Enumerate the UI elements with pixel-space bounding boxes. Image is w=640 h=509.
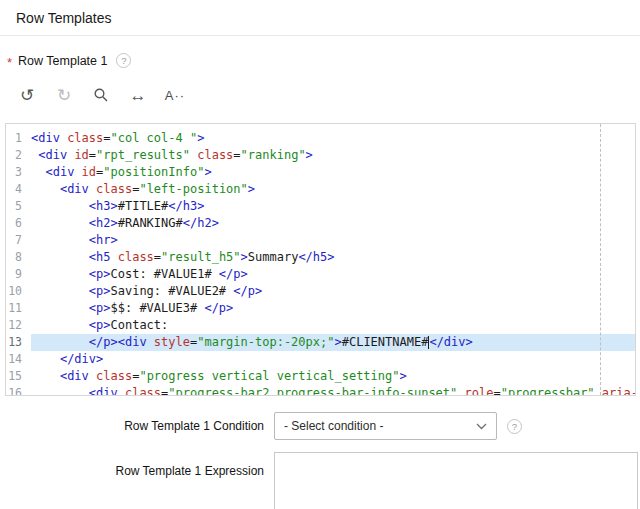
code-token-str: "rpt_results" — [96, 148, 190, 162]
code-line[interactable]: 6 <h2>#RANKING#</h2> — [6, 215, 635, 232]
line-number: 9 — [6, 266, 31, 283]
search-button[interactable] — [88, 82, 114, 108]
code-line-content: <div class="progress vertical vertical_s… — [31, 368, 635, 385]
code-token-tag: </h5> — [298, 250, 334, 264]
code-line[interactable]: 11 <p>$$: #VALUE3# </p> — [6, 300, 635, 317]
code-token-tag: <p> — [89, 284, 111, 298]
chevron-down-icon — [476, 423, 487, 430]
code-token-text: #CLIENTNAME# — [342, 335, 429, 349]
code-line[interactable]: 15 <div class="progress vertical vertica… — [6, 368, 635, 385]
code-token-text: = — [89, 148, 96, 162]
code-token-str: "margin-top:-20px;" — [197, 335, 334, 349]
code-line-content: <h3>#TITLE#</h3> — [31, 198, 635, 215]
code-token-tag: <div — [89, 386, 118, 396]
code-token-text — [31, 386, 89, 396]
code-token-text — [118, 386, 125, 396]
code-token-tag: <h5 — [89, 250, 111, 264]
code-token-text — [31, 199, 89, 213]
code-token-attr: id — [74, 148, 88, 162]
code-line-content: <hr> — [31, 232, 635, 249]
line-number: 2 — [6, 147, 31, 164]
code-line-content: </div> — [31, 351, 635, 368]
line-number: 16 — [6, 385, 31, 396]
condition-row: Row Template 1 Condition - Select condit… — [0, 412, 640, 440]
code-line[interactable]: 13 </p><div style="margin-top:-20px;">#C… — [6, 334, 635, 351]
code-token-text — [31, 165, 45, 179]
code-line[interactable]: 14 </div> — [6, 351, 635, 368]
line-number: 5 — [6, 198, 31, 215]
code-line-content: <h5 class="result_h5">Summary</h5> — [31, 249, 635, 266]
code-token-text — [31, 216, 89, 230]
code-token-text: Summary — [248, 250, 299, 264]
code-lines: 1<div class="col col-4 ">2 <div id="rpt_… — [6, 124, 635, 396]
code-line[interactable]: 10 <p>Saving: #VALUE2# </p> — [6, 283, 635, 300]
code-token-tag: <p> — [89, 318, 111, 332]
code-token-text: #RANKING# — [118, 216, 183, 230]
code-line[interactable]: 16 <div class="progress-bar2 progress-ba… — [6, 385, 635, 396]
code-token-tag: <p> — [89, 267, 111, 281]
code-token-text — [31, 352, 60, 366]
code-token-tag: <div — [60, 369, 89, 383]
line-number: 10 — [6, 283, 31, 300]
code-token-text: = — [103, 131, 110, 145]
code-token-text — [89, 369, 96, 383]
code-token-text — [89, 182, 96, 196]
code-line[interactable]: 12 <p>Contact: — [6, 317, 635, 334]
code-token-text: #TITLE# — [118, 199, 169, 213]
condition-select[interactable]: - Select condition - — [274, 412, 497, 440]
code-line[interactable]: 4 <div class="left-position"> — [6, 181, 635, 198]
code-token-text — [31, 301, 89, 315]
code-token-text — [31, 335, 89, 349]
code-token-attr: style — [154, 335, 190, 349]
code-line[interactable]: 1<div class="col col-4 "> — [6, 130, 635, 147]
code-token-text — [595, 386, 602, 396]
redo-button[interactable]: ↻ — [51, 82, 77, 108]
expression-textarea[interactable] — [274, 452, 638, 509]
code-line-content: <p>Contact: — [31, 317, 635, 334]
help-icon[interactable]: ? — [116, 53, 131, 68]
code-token-attr: id — [82, 165, 96, 179]
code-line[interactable]: 7 <hr> — [6, 232, 635, 249]
code-token-tag: </p> — [233, 284, 262, 298]
code-token-text — [147, 335, 154, 349]
code-line-content: <p>Cost: #VALUE1# </p> — [31, 266, 635, 283]
code-token-attr: aria-v — [602, 386, 636, 396]
width-toggle-button[interactable]: ↔ — [125, 82, 151, 108]
code-token-tag: <div — [38, 148, 67, 162]
code-token-attr: class — [67, 131, 103, 145]
required-indicator: * — [7, 55, 12, 70]
code-token-str: "progress-bar2 progress-bar-info-sunset" — [168, 386, 457, 396]
code-token-text: = — [233, 148, 240, 162]
code-token-text — [31, 318, 89, 332]
code-editor[interactable]: 1<div class="col col-4 ">2 <div id="rpt_… — [5, 123, 636, 396]
font-size-button[interactable]: A·· — [162, 82, 188, 108]
code-token-attr: class — [118, 250, 154, 264]
code-token-tag: > — [197, 131, 204, 145]
code-line-content: <div class="col col-4 "> — [31, 130, 635, 147]
line-number: 11 — [6, 300, 31, 317]
condition-selected-value: - Select condition - — [284, 419, 383, 433]
code-token-attr: class — [96, 369, 132, 383]
code-line[interactable]: 2 <div id="rpt_results" class="ranking"> — [6, 147, 635, 164]
code-token-str: "col col-4 " — [111, 131, 198, 145]
code-token-tag: </div> — [60, 352, 103, 366]
code-line[interactable]: 8 <h5 class="result_h5">Summary</h5> — [6, 249, 635, 266]
code-token-text — [110, 250, 117, 264]
code-line-content: <p>Saving: #VALUE2# </p> — [31, 283, 635, 300]
code-token-text — [457, 386, 464, 396]
code-line-content: <p>$$: #VALUE3# </p> — [31, 300, 635, 317]
code-token-text — [31, 284, 89, 298]
condition-help-icon[interactable]: ? — [507, 419, 522, 434]
code-line[interactable]: 3 <div id="positionInfo"> — [6, 164, 635, 181]
code-token-attr: class — [197, 148, 233, 162]
code-token-text: Saving: #VALUE2# — [110, 284, 233, 298]
code-token-attr: class — [96, 182, 132, 196]
undo-button[interactable]: ↺ — [14, 82, 40, 108]
line-number: 3 — [6, 164, 31, 181]
code-line[interactable]: 5 <h3>#TITLE#</h3> — [6, 198, 635, 215]
code-line[interactable]: 9 <p>Cost: #VALUE1# </p> — [6, 266, 635, 283]
code-token-tag: </h3> — [168, 199, 204, 213]
line-number: 6 — [6, 215, 31, 232]
code-token-text — [31, 182, 60, 196]
editor-toolbar: ↺ ↻ ↔ A·· — [0, 68, 640, 108]
